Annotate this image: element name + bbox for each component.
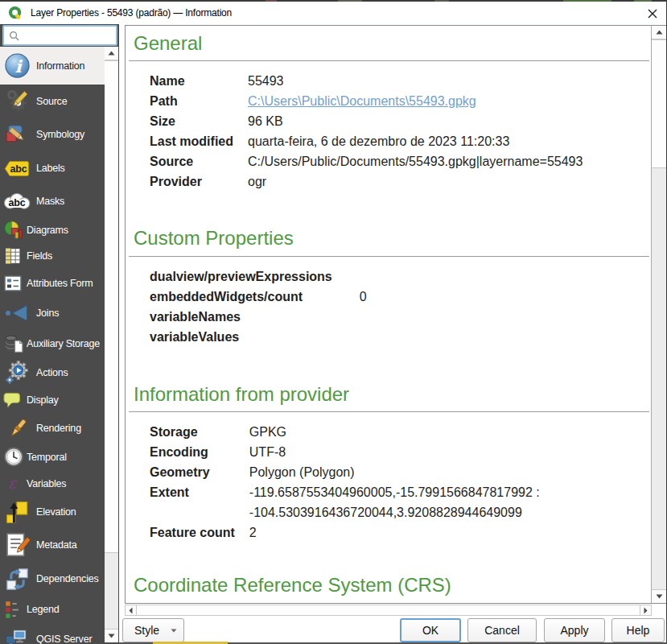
- content-scroll-up-icon[interactable]: [652, 26, 666, 39]
- section-divider: [129, 411, 649, 412]
- sidebar-item-fields[interactable]: Fields: [0, 243, 105, 269]
- section-divider: [129, 256, 649, 257]
- sidebar-item-elevation[interactable]: Elevation: [0, 497, 105, 527]
- svg-text:abc: abc: [10, 163, 27, 175]
- legend-icon: [3, 599, 24, 620]
- actions-icon: [4, 359, 31, 386]
- section-title-custom-properties: Custom Properties: [134, 228, 649, 248]
- display-icon: [3, 392, 22, 408]
- sidebar-item-rendering[interactable]: Rendering: [0, 414, 105, 443]
- table-row: PathC:\Users\Public\Documents\55493.gpkg: [150, 91, 583, 111]
- content-scroll-right-icon[interactable]: [640, 605, 651, 615]
- variables-icon: ε: [3, 475, 21, 493]
- section-title-provider: Information from provider: [134, 384, 649, 404]
- labels-icon: abc: [4, 160, 30, 177]
- title-bar: Layer Properties - 55493 (padrão) — Info…: [0, 2, 667, 24]
- path-link[interactable]: C:\Users\Public\Documents\55493.gpkg: [248, 94, 476, 108]
- qgis-server-icon: [5, 629, 29, 644]
- sidebar-scroll-up-icon[interactable]: [105, 47, 118, 60]
- table-row: Size96 KB: [150, 111, 583, 131]
- content-panel: General Name55493 PathC:\Users\Public\Do…: [125, 25, 667, 604]
- cancel-button[interactable]: Cancel: [467, 618, 537, 642]
- sidebar-item-auxiliary-storage[interactable]: Auxiliary Storage: [0, 328, 105, 358]
- diagrams-icon: [3, 220, 23, 240]
- dialog-footer: Style OK Cancel Apply Help: [119, 617, 667, 644]
- table-row: variableNames: [150, 307, 367, 327]
- window-top-edge: [0, 0, 667, 2]
- style-dropdown-arrow-icon[interactable]: [168, 624, 179, 637]
- sidebar-item-source[interactable]: Source: [0, 85, 105, 118]
- sidebar-scrollbar-thumb[interactable]: [105, 60, 118, 553]
- sidebar-item-symbology[interactable]: Symbology: [0, 118, 105, 151]
- qgis-logo-icon: [7, 5, 23, 21]
- search-icon: [9, 31, 19, 41]
- source-icon: [5, 89, 30, 114]
- table-row: embeddedWidgets/count0: [150, 287, 367, 307]
- provider-table: StorageGPKG EncodingUTF-8 GeometryPolygo…: [150, 422, 640, 543]
- sidebar-item-variables[interactable]: ε Variables: [0, 471, 105, 497]
- sidebar-item-attributes-form[interactable]: Attributes Form: [0, 269, 105, 298]
- content-scroll-down-icon[interactable]: [652, 589, 666, 603]
- sidebar-item-masks[interactable]: abc Masks: [0, 185, 105, 217]
- table-row: Name55493: [150, 71, 583, 91]
- elevation-icon: [5, 500, 30, 525]
- close-icon[interactable]: [643, 4, 662, 23]
- attributes-form-icon: [3, 274, 23, 293]
- section-title-crs: Coordinate Reference System (CRS): [134, 575, 649, 595]
- ok-button[interactable]: OK: [400, 618, 461, 642]
- table-row: StorageGPKG: [150, 422, 640, 442]
- sidebar-item-dependencies[interactable]: Dependencies: [0, 562, 105, 596]
- content-scroll-left-icon[interactable]: [126, 605, 137, 615]
- sidebar-item-actions[interactable]: Actions: [0, 358, 105, 386]
- sidebar-item-qgis-server[interactable]: QGIS Server: [0, 623, 105, 644]
- content-scrollbar-thumb[interactable]: [652, 39, 666, 168]
- sidebar-item-labels[interactable]: abc Labels: [0, 151, 105, 185]
- help-button[interactable]: Help: [611, 618, 665, 642]
- table-row: Last modifiedquarta-feira, 6 de dezembro…: [150, 131, 583, 151]
- table-row: dualview/previewExpressions: [150, 266, 367, 287]
- sidebar-item-legend[interactable]: Legend: [0, 596, 105, 623]
- window-title: Layer Properties - 55493 (padrão) — Info…: [31, 7, 232, 19]
- symbology-icon: [5, 122, 30, 147]
- masks-icon: abc: [3, 192, 31, 210]
- section-divider: [129, 60, 649, 61]
- table-row: variableValues: [150, 327, 367, 347]
- section-title-general: General: [134, 33, 649, 53]
- joins-icon: [5, 303, 29, 323]
- svg-text:ε: ε: [8, 475, 18, 493]
- apply-button[interactable]: Apply: [544, 618, 605, 642]
- table-row: Extent-119.6587553404960005,-15.79915668…: [150, 482, 640, 522]
- sidebar-scrollbar[interactable]: [105, 47, 118, 642]
- sidebar-item-diagrams[interactable]: Diagrams: [0, 217, 105, 243]
- metadata-icon: [4, 531, 30, 559]
- sidebar-search[interactable]: [2, 25, 117, 46]
- style-button[interactable]: Style: [122, 618, 184, 642]
- custom-properties-table: dualview/previewExpressions embeddedWidg…: [150, 266, 367, 347]
- sidebar-item-joins[interactable]: Joins: [0, 298, 105, 328]
- svg-text:abc: abc: [9, 196, 26, 208]
- table-row: SourceC:/Users/Public/Documents/55493.gp…: [150, 151, 583, 171]
- information-page: General Name55493 PathC:\Users\Public\Do…: [126, 26, 651, 603]
- content-horizontal-scrollbar[interactable]: [125, 605, 652, 616]
- sidebar-item-display[interactable]: Display: [0, 386, 105, 414]
- sidebar-item-metadata[interactable]: Metadata: [0, 527, 105, 562]
- sidebar-scroll-down-icon[interactable]: [105, 629, 118, 642]
- content-hscrollbar-thumb[interactable]: [137, 605, 640, 615]
- dependencies-icon: [4, 566, 31, 592]
- table-row: Providerogr: [150, 171, 583, 192]
- sidebar-list: i Information Source: [0, 47, 105, 644]
- sidebar: i Information Source: [0, 24, 119, 644]
- general-table: Name55493 PathC:\Users\Public\Documents\…: [150, 71, 583, 192]
- rendering-icon: [6, 417, 29, 440]
- sidebar-item-temporal[interactable]: Temporal: [0, 443, 105, 471]
- table-row: EncodingUTF-8: [150, 442, 640, 462]
- table-row: Feature count2: [150, 522, 640, 543]
- auxiliary-storage-icon: [3, 332, 24, 355]
- sidebar-item-information[interactable]: i Information: [0, 47, 105, 85]
- table-row: GeometryPolygon (Polygon): [150, 462, 640, 482]
- fields-icon: [3, 246, 23, 266]
- information-icon: i: [4, 52, 31, 79]
- search-input[interactable]: [19, 30, 116, 41]
- content-vertical-scrollbar[interactable]: [651, 26, 666, 603]
- temporal-icon: [3, 446, 24, 468]
